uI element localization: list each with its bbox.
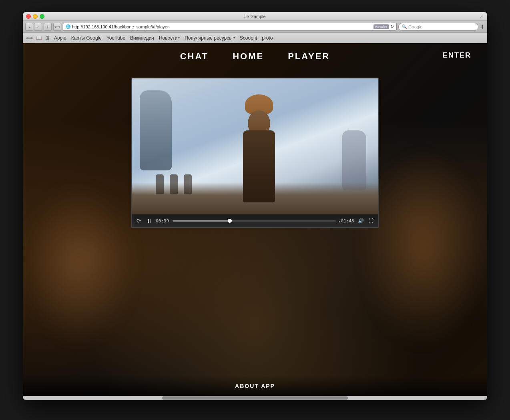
- chevron-popular: ▾: [233, 36, 235, 40]
- window-title: JS Sample: [244, 14, 265, 19]
- books-icon: 📖: [36, 35, 42, 41]
- url-bar[interactable]: 🌐 http://192.168.100.41/backbone_sample/…: [63, 23, 397, 31]
- bookmark-scoopit[interactable]: Scoop.it: [240, 35, 257, 41]
- scroll-thumb[interactable]: [162, 396, 348, 400]
- globe-icon: 🌐: [66, 24, 70, 29]
- progress-fill: [173, 220, 230, 222]
- back-button[interactable]: ‹: [25, 23, 33, 31]
- nav-chat[interactable]: CHAT: [180, 51, 209, 62]
- search-icon: 🔍: [402, 24, 407, 29]
- nav-home[interactable]: HOME: [233, 51, 264, 62]
- refresh-icon[interactable]: ↻: [390, 24, 394, 29]
- search-bar[interactable]: 🔍 Google: [398, 23, 478, 31]
- scroll-bar[interactable]: [23, 396, 487, 400]
- grid-icon: ⊞: [45, 35, 49, 41]
- current-time: 00:39: [156, 218, 170, 224]
- new-tab-button[interactable]: +: [44, 23, 52, 31]
- bookmark-icons: ⟺ 📖 ⊞: [26, 35, 49, 41]
- download-icon[interactable]: ⬇: [480, 24, 485, 30]
- resize-icon[interactable]: ⤢: [480, 14, 484, 18]
- mac-window: JS Sample ⤢ ‹ › + ⟺ 🌐 http://192.168.100…: [23, 12, 487, 400]
- rewind-button[interactable]: ⟳: [135, 217, 143, 225]
- fullscreen-button[interactable]: [40, 14, 44, 19]
- app-footer: ABOUT APP: [23, 376, 487, 396]
- blur-left: [23, 184, 135, 344]
- forward-button[interactable]: ›: [34, 23, 42, 31]
- close-button[interactable]: [26, 14, 31, 19]
- nav-enter[interactable]: ENTER: [443, 51, 471, 60]
- nav-buttons: ‹ ›: [25, 23, 42, 31]
- arrows-icon: ⟺: [26, 35, 33, 41]
- background-figures: [156, 174, 192, 194]
- bg-figure: [184, 174, 192, 194]
- minimize-button[interactable]: [33, 14, 38, 19]
- bg-figure: [170, 174, 178, 194]
- reload-button[interactable]: ⟺: [53, 23, 61, 31]
- bookmark-google-maps[interactable]: Карты Google: [71, 35, 102, 41]
- bookmarks-bar: ⟺ 📖 ⊞ Apple Карты Google YouTube Википед…: [23, 33, 487, 43]
- title-bar: JS Sample ⤢: [23, 12, 487, 21]
- about-link[interactable]: ABOUT APP: [235, 383, 275, 389]
- bg-figure: [156, 174, 164, 194]
- character-body: [243, 130, 275, 202]
- bookmark-popular[interactable]: Популярные ресурсы ▾: [185, 35, 235, 41]
- bookmark-wikipedia[interactable]: Википедия: [130, 35, 154, 41]
- url-text: http://192.168.100.41/backbone_sample/#!…: [72, 24, 372, 29]
- progress-thumb[interactable]: [228, 219, 232, 223]
- volume-button[interactable]: 🔊: [357, 217, 365, 225]
- reader-badge[interactable]: Reader: [373, 24, 389, 29]
- bookmark-proto[interactable]: proto: [262, 35, 273, 41]
- character-figure: [219, 90, 299, 202]
- traffic-lights: [26, 14, 44, 19]
- bookmark-news[interactable]: Новости ▾: [159, 35, 180, 41]
- progress-bar[interactable]: [173, 220, 336, 222]
- nav-player[interactable]: PLAYER: [288, 51, 330, 62]
- pillar-right: [342, 130, 366, 190]
- video-player: ⟳ ⏸ 00:39 -01:48 🔊 ⛶: [131, 78, 379, 228]
- video-controls: ⟳ ⏸ 00:39 -01:48 🔊 ⛶: [132, 214, 378, 227]
- address-bar: ‹ › + ⟺ 🌐 http://192.168.100.41/backbone…: [23, 21, 487, 33]
- pillar-left: [140, 90, 172, 170]
- bookmark-apple[interactable]: Apple: [54, 35, 66, 41]
- search-placeholder: Google: [408, 24, 422, 29]
- chevron-news: ▾: [178, 36, 180, 40]
- pause-button[interactable]: ⏸: [145, 217, 153, 225]
- time-remaining: -01:48: [338, 218, 354, 224]
- app-nav: CHAT HOME PLAYER ENTER: [23, 43, 487, 70]
- fullscreen-video-button[interactable]: ⛶: [367, 217, 375, 225]
- bookmark-youtube[interactable]: YouTube: [106, 35, 125, 41]
- video-frame[interactable]: [132, 78, 378, 214]
- app-content: CHAT HOME PLAYER ENTER: [23, 43, 487, 396]
